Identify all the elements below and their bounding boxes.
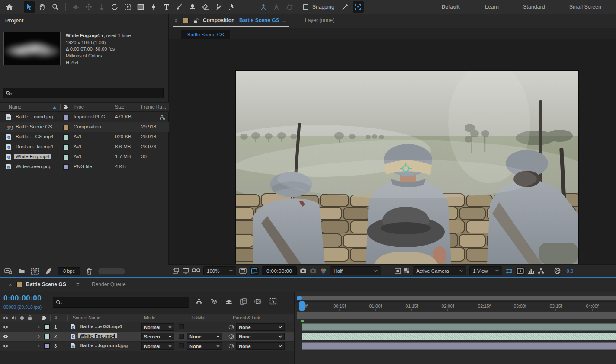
time-navigator-bar[interactable] [297,296,616,300]
pixel-aspect-correction-icon[interactable] [505,268,513,274]
layer-label-chip[interactable] [44,343,50,349]
unlock-icon[interactable] [193,18,199,23]
hand-tool[interactable] [37,1,48,13]
puppet-pin-tool[interactable] [226,1,237,13]
audio-column-icon[interactable] [11,316,16,320]
label-color-chip[interactable] [63,154,69,160]
clone-stamp-tool[interactable] [187,1,198,13]
project-row-selected[interactable]: White Fog.mp4 AVI1.7 MB30 [0,152,169,162]
pen-tool[interactable] [148,1,159,13]
region-of-interest-icon[interactable] [250,267,259,275]
snapping-checkbox[interactable] [303,4,308,10]
panel-focus-divider[interactable] [0,277,616,278]
layer-row-selected[interactable]: › 2 White Fog.mp4 Screen None None [0,332,294,341]
new-folder-icon[interactable] [18,268,25,274]
label-color-chip[interactable] [63,144,69,150]
timeline-button-icon[interactable] [528,268,535,274]
trash-icon[interactable] [87,268,92,275]
rectangle-tool[interactable] [135,1,146,13]
workspace-tab-standard[interactable]: Standard [523,4,545,10]
pickwhip-icon[interactable] [228,343,234,349]
pan-camera-tool[interactable] [83,1,94,13]
eye-icon[interactable] [3,325,9,329]
project-panel-menu-icon[interactable]: ≡ [31,18,35,24]
view-axis-mode-icon[interactable] [284,1,295,13]
render-queue-tab[interactable]: Render Queue [92,281,126,287]
view-layout-dropdown[interactable]: 1 View [469,266,502,275]
parent-dropdown[interactable]: None [236,342,285,350]
t-switch[interactable] [179,343,184,348]
frame-blending-icon[interactable] [240,298,247,305]
track-matte-dropdown[interactable]: None [187,342,222,350]
label-color-chip[interactable] [63,164,69,170]
shy-layers-icon[interactable] [225,298,233,304]
eraser-tool[interactable] [200,1,211,13]
composition-tab-name[interactable]: Battle Scene GS [239,17,279,23]
project-table-header[interactable]: Name Type Size Frame Ra... [0,102,169,112]
graph-editor-icon[interactable] [270,298,277,305]
brush-tool[interactable] [174,1,185,13]
layer-bar-3[interactable] [302,342,616,350]
current-time-display[interactable]: 0:00:00:00 [3,294,42,303]
blend-mode-dropdown[interactable]: Normal [141,323,174,331]
timeline-menu-icon[interactable]: ≡ [76,281,80,287]
workspace-menu-icon[interactable]: ≡ [464,3,468,10]
t-switch[interactable] [179,334,184,339]
rotation-tool[interactable] [109,1,120,13]
composition-sub-tab[interactable]: Battle Scene GS [181,30,230,39]
mask-feather-icon[interactable] [340,1,351,13]
type-tool[interactable] [161,1,172,13]
close-tab-icon[interactable]: × [9,281,12,288]
work-area-bar[interactable] [297,312,616,319]
layer-bar-1[interactable] [302,323,616,331]
motion-blur-icon[interactable] [254,299,262,304]
label-color-chip[interactable] [63,125,69,130]
composition-tab-title[interactable]: Composition [203,17,234,23]
layer-tab[interactable]: Layer (none) [305,17,334,23]
show-channels-icon[interactable] [320,268,327,274]
active-camera-dropdown[interactable]: Active Camera [413,266,466,275]
navigator-start-handle[interactable] [297,296,302,300]
expand-chevron-icon[interactable]: › [38,333,40,339]
label-color-chip[interactable] [63,134,69,140]
roto-brush-tool[interactable] [213,1,224,13]
solo-column-icon[interactable] [20,316,24,320]
layer-row[interactable]: › 1 Battle ...e GS.mp4 Normal None [0,322,294,332]
project-search-input[interactable] [3,88,164,98]
fast-previews-icon[interactable] [516,267,525,275]
grid-guides-icon[interactable] [239,268,247,274]
pickwhip-icon[interactable] [228,334,234,339]
composition-mini-flowchart-icon[interactable] [196,298,202,304]
blend-mode-dropdown[interactable]: Normal [141,342,174,350]
transparency-grid-icon[interactable] [404,268,410,274]
time-ruler[interactable]: :00f 00:15f 01:00f 01:15f 02:00f 02:15f … [295,301,616,311]
video-visibility-column-icon[interactable] [3,316,9,320]
orbit-camera-tool[interactable] [70,1,81,13]
project-row[interactable]: Battle ...ound.jpg ImporterJPEG473 KB [0,112,169,122]
dolly-camera-tool[interactable] [96,1,107,13]
track-matte-dropdown[interactable]: None [187,333,222,340]
resolution-dropdown[interactable]: Half [330,266,381,275]
layer-label-chip[interactable] [44,324,50,330]
world-axis-mode-icon[interactable] [271,1,282,13]
zoom-tool[interactable] [50,1,61,13]
layer-row[interactable]: › 3 Battle ...kground.jpg Normal None No… [0,342,294,351]
layer-bar-2-selected[interactable] [302,333,616,340]
project-row[interactable]: Battle ... GS.mp4 AVI920 KB29.918 [0,132,169,142]
playhead-handle[interactable] [299,301,305,311]
expand-chevron-icon[interactable]: › [38,324,40,330]
workspace-tab-small-screen[interactable]: Small Screen [569,4,601,10]
pickwhip-icon[interactable] [228,324,234,330]
parent-dropdown[interactable]: None [236,323,285,331]
home-icon[interactable] [3,1,15,13]
new-composition-icon[interactable] [31,268,39,275]
close-tab-icon[interactable]: × [174,17,178,24]
always-preview-icon[interactable] [173,268,180,274]
stereo-3d-glasses-icon[interactable] [192,268,200,273]
horizontal-scrollbar[interactable] [98,268,125,274]
timeline-tab-name[interactable]: Battle Scene GS [26,281,66,287]
workspace-tab-learn[interactable]: Learn [485,4,499,10]
blend-mode-dropdown[interactable]: Screen [141,333,174,340]
parent-dropdown[interactable]: None [236,333,285,340]
comp-label-color-chip[interactable] [183,18,189,23]
